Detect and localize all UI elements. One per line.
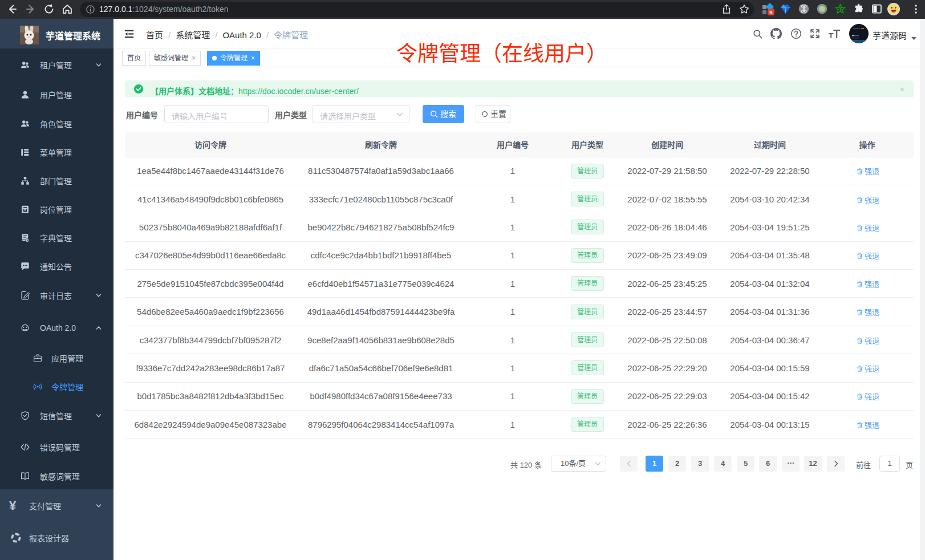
svg-text:9: 9 bbox=[769, 9, 772, 15]
